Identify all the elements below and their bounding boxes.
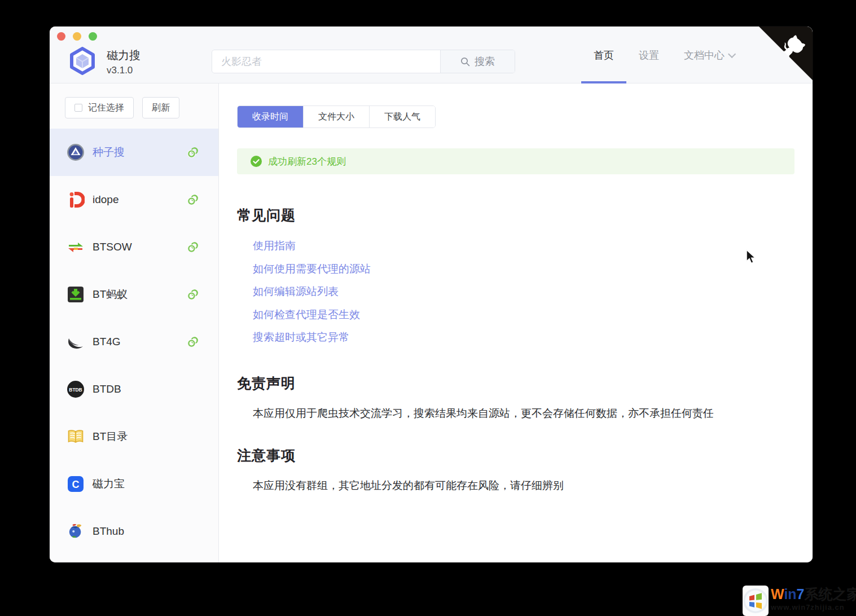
source-label: 磁力宝 [93, 477, 199, 491]
faq-link-edit-sources[interactable]: 如何编辑源站列表 [253, 280, 808, 303]
disclaimer-section-title: 免责声明 [237, 374, 808, 393]
search-button[interactable]: 搜索 [440, 50, 515, 73]
btmulu-icon [67, 428, 85, 446]
nav-docs-label: 文档中心 [684, 49, 725, 62]
search-button-label: 搜索 [475, 55, 495, 68]
btdb-icon: BTDB [67, 380, 85, 398]
notice-section-title: 注意事项 [237, 446, 808, 465]
top-navigation: 首页 设置 文档中心 [581, 27, 746, 83]
bthub-icon [67, 522, 85, 540]
main-content: 收录时间 文件大小 下载人气 成功刷新23个规则 常见问题 使用指南 如何使用需… [219, 83, 813, 562]
zhongzisou-icon [67, 143, 85, 161]
source-sidebar: 记住选择 刷新 种子搜 [50, 83, 219, 562]
source-label: idope [93, 193, 187, 206]
windows-logo-icon [743, 586, 769, 616]
sidebar-item-btsow[interactable]: BTSOW [50, 223, 218, 271]
sidebar-item-btdb[interactable]: BTDB BTDB [50, 366, 218, 413]
svg-text:BTDB: BTDB [69, 387, 82, 393]
faq-link-list: 使用指南 如何使用需要代理的源站 如何编辑源站列表 如何检查代理是否生效 搜索超… [237, 235, 808, 349]
app-brand: 磁力搜 v3.1.0 [68, 47, 141, 77]
site-watermark: Win7系统之家 www.win7zhijia.cn [743, 586, 856, 616]
notice-text: 本应用没有群组，其它地址分发的都有可能存在风险，请仔细辨别 [237, 476, 808, 495]
minimize-window-button[interactable] [73, 32, 81, 41]
nav-item-settings[interactable]: 设置 [626, 27, 671, 83]
app-version: v3.1.0 [107, 65, 141, 76]
proxy-link-icon [187, 336, 199, 348]
chevron-down-icon [728, 50, 736, 58]
faq-link-timeout[interactable]: 搜索超时或其它异常 [253, 326, 808, 349]
nav-item-docs[interactable]: 文档中心 [671, 27, 746, 83]
proxy-link-icon [187, 146, 199, 159]
source-label: BTDB [93, 383, 199, 395]
github-octocat-icon [759, 27, 813, 80]
proxy-link-icon [187, 288, 199, 301]
tab-popularity[interactable]: 下载人气 [369, 106, 435, 127]
source-label: BT4G [93, 336, 187, 348]
traffic-lights [57, 32, 97, 41]
nav-item-home[interactable]: 首页 [581, 27, 626, 83]
disclaimer-text: 本应用仅用于爬虫技术交流学习，搜索结果均来自源站，更不会存储任何数据，亦不承担任… [237, 404, 808, 423]
app-logo-icon [68, 47, 96, 77]
success-alert: 成功刷新23个规则 [237, 148, 794, 174]
search-bar: 搜索 [212, 50, 515, 73]
source-label: BT目录 [93, 429, 199, 444]
success-alert-text: 成功刷新23个规则 [268, 155, 346, 168]
watermark-text: Win7系统之家 www.win7zhijia.cn [771, 586, 856, 616]
source-label: BTSOW [93, 241, 187, 253]
sidebar-item-btmulu[interactable]: BT目录 [50, 413, 218, 460]
tab-index-time[interactable]: 收录时间 [238, 106, 303, 127]
bt4g-icon [67, 333, 85, 351]
source-label: BT蚂蚁 [93, 287, 187, 302]
remember-checkbox[interactable] [74, 104, 82, 112]
watermark-brand: W [771, 586, 784, 602]
sort-tab-group: 收录时间 文件大小 下载人气 [237, 105, 436, 128]
search-input[interactable] [212, 50, 440, 73]
faq-link-guide[interactable]: 使用指南 [253, 235, 808, 258]
close-window-button[interactable] [57, 32, 65, 41]
proxy-link-icon [187, 193, 199, 206]
remember-label: 记住选择 [88, 102, 124, 114]
refresh-button[interactable]: 刷新 [142, 97, 179, 118]
app-window: 磁力搜 v3.1.0 搜索 首页 设置 [50, 27, 813, 562]
faq-link-check-proxy[interactable]: 如何检查代理是否生效 [253, 303, 808, 327]
maximize-window-button[interactable] [89, 32, 97, 41]
sidebar-item-zhongzisou[interactable]: 种子搜 [50, 129, 218, 176]
faq-link-proxy-source[interactable]: 如何使用需要代理的源站 [253, 258, 808, 281]
svg-text:C: C [72, 479, 80, 490]
app-header: 磁力搜 v3.1.0 搜索 首页 设置 [50, 27, 813, 83]
idope-icon [67, 191, 85, 209]
sidebar-item-bthub[interactable]: BThub [50, 508, 218, 555]
refresh-label: 刷新 [152, 102, 170, 114]
cilibao-icon: C [67, 475, 85, 493]
source-label: BThub [93, 525, 199, 538]
btsow-icon [67, 238, 85, 256]
sidebar-item-idope[interactable]: idope [50, 176, 218, 223]
sidebar-item-cilibao[interactable]: C 磁力宝 [50, 460, 218, 508]
search-icon [460, 57, 470, 67]
watermark-url: www.win7zhijia.cn [771, 603, 856, 611]
tab-file-size[interactable]: 文件大小 [303, 106, 369, 127]
remember-selection-button[interactable]: 记住选择 [65, 97, 134, 118]
faq-section-title: 常见问题 [237, 206, 808, 225]
btmayi-icon [67, 285, 85, 303]
sidebar-item-bt4g[interactable]: BT4G [50, 318, 218, 366]
nav-settings-label: 设置 [639, 49, 659, 62]
source-list: 种子搜 [50, 129, 218, 555]
success-check-icon [251, 156, 262, 167]
github-corner-link[interactable] [759, 27, 813, 80]
sidebar-item-btmayi[interactable]: BT蚂蚁 [50, 271, 218, 318]
proxy-link-icon [187, 241, 199, 253]
source-label: 种子搜 [93, 145, 187, 160]
nav-home-label: 首页 [594, 49, 614, 62]
app-title: 磁力搜 [107, 48, 141, 63]
